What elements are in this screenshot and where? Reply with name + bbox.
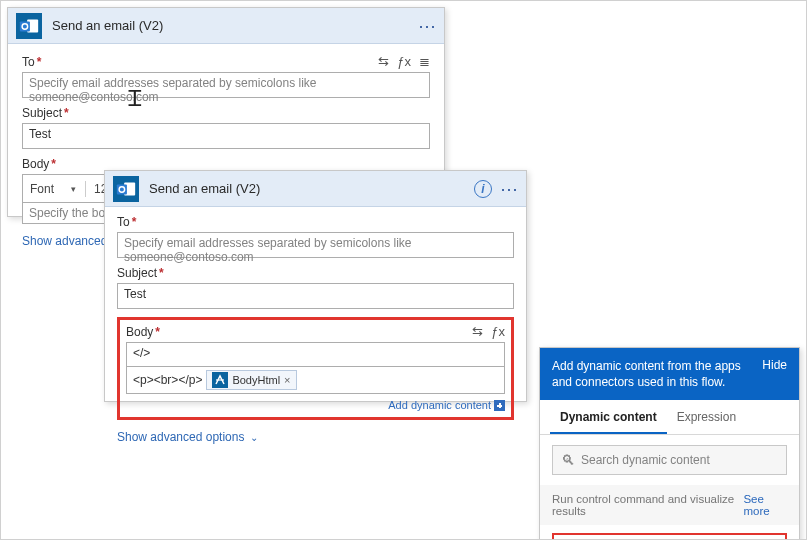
card-header: Send an email (V2) ⋯ (8, 8, 444, 44)
required-mark: * (155, 325, 160, 339)
required-mark: * (64, 106, 69, 120)
tab-expression[interactable]: Expression (667, 400, 746, 434)
list-icon[interactable]: ≣ (419, 54, 430, 69)
bodyhtml-token[interactable]: BodyHtml × (206, 370, 296, 390)
body-block-highlight: Body* ⇆ ƒx </> <p><br></p> BodyHtml × Ad… (117, 317, 514, 420)
filter-icon[interactable]: ⇆ (472, 324, 483, 339)
panel-header-text: Add dynamic content from the apps and co… (552, 358, 754, 390)
subject-input[interactable]: Test (22, 123, 430, 149)
to-input[interactable]: Specify email addresses separated by sem… (117, 232, 514, 258)
dynamic-item-bodyhtml[interactable]: BodyHtml The body of the result in html … (552, 533, 787, 540)
outlook-icon (113, 176, 139, 202)
body-label: Body (22, 157, 49, 171)
search-icon: 🔍︎ (561, 452, 575, 468)
card-title: Send an email (V2) (149, 181, 474, 196)
fx-icon[interactable]: ƒx (491, 324, 505, 339)
subject-label: Subject (117, 266, 157, 280)
panel-header: Add dynamic content from the apps and co… (540, 348, 799, 400)
required-mark: * (37, 55, 42, 69)
subject-label: Subject (22, 106, 62, 120)
required-mark: * (51, 157, 56, 171)
to-label: To (117, 215, 130, 229)
card-header: Send an email (V2) i ⋯ (105, 171, 526, 207)
add-dynamic-content-link[interactable]: Add dynamic content (126, 398, 505, 411)
body-label: Body (126, 325, 153, 339)
required-mark: * (159, 266, 164, 280)
tab-dynamic-content[interactable]: Dynamic content (550, 400, 667, 434)
email-card-front: Send an email (V2) i ⋯ To* Specify email… (104, 170, 527, 402)
filter-icon[interactable]: ⇆ (378, 54, 389, 69)
more-icon[interactable]: ⋯ (418, 17, 436, 35)
svg-rect-1 (20, 21, 30, 31)
to-field: To* Specify email addresses separated by… (117, 215, 514, 258)
to-label: To (22, 55, 35, 69)
font-dropdown[interactable]: Font▾ (27, 179, 79, 199)
text-cursor-icon: Ꮖ (128, 86, 142, 112)
svg-rect-4 (117, 184, 127, 194)
advanced-options-link[interactable]: Show advanced options⌄ (117, 430, 258, 444)
fx-icon[interactable]: ƒx (397, 54, 411, 69)
search-placeholder: Search dynamic content (581, 453, 710, 467)
to-field: To* ⇆ ƒx ≣ Specify email addresses separ… (22, 54, 430, 98)
token-remove-icon[interactable]: × (284, 374, 290, 386)
expand-icon (494, 400, 505, 411)
body-html-prefix: <p><br></p> (133, 373, 202, 387)
required-mark: * (132, 215, 137, 229)
panel-tabs: Dynamic content Expression (540, 400, 799, 435)
dynamic-content-panel: Add dynamic content from the apps and co… (539, 347, 800, 540)
chevron-down-icon: ⌄ (250, 432, 258, 443)
subject-field: Subject* Test (117, 266, 514, 309)
section-title: Run control command and visualize result… (552, 493, 743, 517)
more-icon[interactable]: ⋯ (500, 180, 518, 198)
chevron-down-icon: ▾ (71, 184, 76, 194)
kusto-icon (212, 372, 228, 388)
outlook-icon (16, 13, 42, 39)
subject-input[interactable]: Test (117, 283, 514, 309)
info-icon[interactable]: i (474, 180, 492, 198)
body-token-line[interactable]: <p><br></p> BodyHtml × (126, 366, 505, 394)
see-more-link[interactable]: See more (743, 493, 787, 517)
subject-field: Subject* Test (22, 106, 430, 149)
body-code-editor[interactable]: </> (126, 342, 505, 366)
search-input[interactable]: 🔍︎ Search dynamic content (552, 445, 787, 475)
to-input[interactable]: Specify email addresses separated by sem… (22, 72, 430, 98)
hide-link[interactable]: Hide (762, 358, 787, 372)
card-title: Send an email (V2) (52, 18, 418, 33)
token-label: BodyHtml (232, 374, 280, 386)
section-header: Run control command and visualize result… (540, 485, 799, 525)
